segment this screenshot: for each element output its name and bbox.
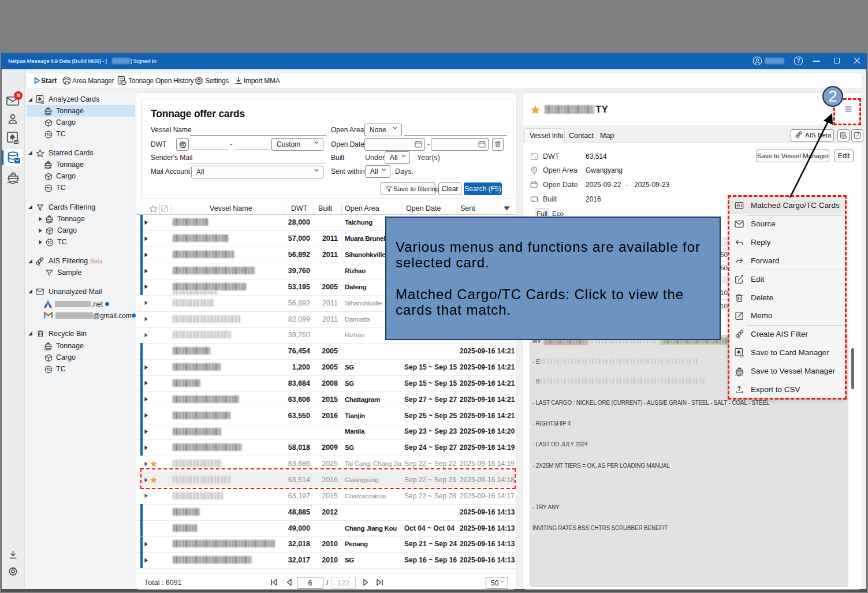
svg-text:TC: TC [46, 367, 51, 371]
svg-text:TC: TC [47, 240, 53, 244]
svg-text:TC: TC [46, 132, 51, 136]
svg-text:TC: TC [46, 186, 51, 190]
svg-text:?: ? [796, 58, 800, 64]
